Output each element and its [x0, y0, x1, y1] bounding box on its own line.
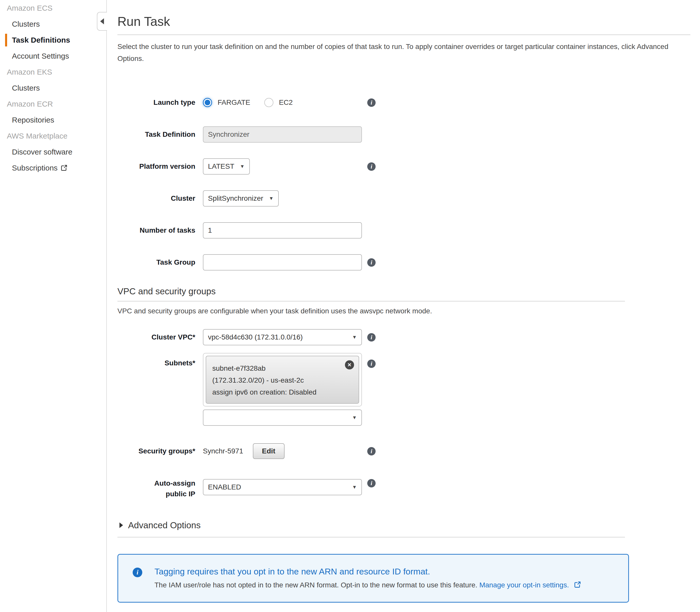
task-definition-label: Task Definition — [117, 126, 195, 143]
chevron-down-icon: ▼ — [352, 334, 357, 340]
platform-version-row: Platform version LATEST ▼ i — [117, 158, 690, 175]
auto-assign-public-ip-row: Auto-assign public IP ENABLED ▼ i — [117, 475, 690, 499]
number-of-tasks-control — [203, 222, 362, 238]
remove-subnet-icon[interactable]: ✕ — [345, 360, 354, 370]
subnets-control: subnet-e7f328ab (172.31.32.0/20) - us-ea… — [203, 353, 362, 426]
sidebar-section-amazon-eks: Amazon EKS — [0, 67, 106, 77]
external-link-icon — [61, 164, 68, 174]
sidebar-section-aws-marketplace: AWS Marketplace — [0, 131, 106, 141]
external-link-icon[interactable] — [574, 581, 581, 590]
subnet-chip-id: subnet-e7f328ab — [212, 362, 353, 374]
sidebar-collapse-button[interactable] — [97, 12, 107, 31]
task-definition-input — [203, 126, 362, 143]
sidebar-item-discover-software[interactable]: Discover software — [0, 147, 106, 157]
sidebar-section-amazon-ecr: Amazon ECR — [0, 99, 106, 109]
task-definition-row: Task Definition — [117, 126, 690, 143]
platform-version-value: LATEST — [208, 162, 234, 170]
cluster-label: Cluster — [117, 190, 195, 207]
subnet-chip-cidr: (172.31.32.0/20) - us-east-2c — [212, 374, 353, 386]
task-definition-control — [203, 126, 362, 143]
cluster-vpc-value: vpc-58d4c630 (172.31.0.0/16) — [208, 333, 303, 341]
auto-assign-public-ip-info-icon[interactable]: i — [367, 479, 376, 487]
sidebar-item-task-definitions[interactable]: Task Definitions — [0, 35, 106, 45]
cluster-vpc-select[interactable]: vpc-58d4c630 (172.31.0.0/16) ▼ — [203, 329, 362, 345]
page-description: Select the cluster to run your task defi… — [117, 41, 675, 65]
sidebar-item-subscriptions-label: Subscriptions — [12, 164, 58, 172]
ec2-radio[interactable] — [264, 98, 273, 107]
vpc-section-divider — [117, 301, 625, 302]
sidebar-item-clusters-eks[interactable]: Clusters — [0, 83, 106, 93]
info-icon: i — [133, 568, 142, 577]
sidebar-item-clusters-ecs[interactable]: Clusters — [0, 19, 106, 29]
chevron-down-icon: ▼ — [352, 484, 357, 490]
task-group-control — [203, 254, 362, 270]
auto-assign-public-ip-select[interactable]: ENABLED ▼ — [203, 479, 362, 495]
task-group-row: Task Group i — [117, 254, 690, 270]
launch-type-label: Launch type — [117, 94, 195, 111]
subnets-label: Subnets* — [117, 353, 195, 426]
security-groups-row: Security groups* Synchr-5971 Edit i — [117, 443, 690, 459]
run-task-form: Launch type FARGATE EC2 i Task Definitio… — [117, 94, 690, 270]
title-divider — [117, 34, 690, 35]
task-group-input[interactable] — [203, 254, 362, 270]
manage-opt-in-settings-link[interactable]: Manage your opt-in settings. — [479, 581, 569, 589]
cluster-vpc-control: vpc-58d4c630 (172.31.0.0/16) ▼ — [203, 329, 362, 345]
launch-type-row: Launch type FARGATE EC2 i — [117, 94, 690, 111]
collapse-left-icon — [100, 18, 104, 24]
launch-type-options: FARGATE EC2 — [203, 94, 306, 111]
platform-version-select[interactable]: LATEST ▼ — [203, 158, 250, 175]
number-of-tasks-input[interactable] — [203, 222, 362, 238]
cluster-select[interactable]: SplitSynchronizer ▼ — [203, 190, 279, 207]
subnets-row: Subnets* subnet-e7f328ab (172.31.32.0/20… — [117, 353, 690, 426]
platform-version-info-icon[interactable]: i — [367, 162, 376, 171]
auto-assign-public-ip-control: ENABLED ▼ — [203, 475, 362, 499]
sidebar-item-account-settings[interactable]: Account Settings — [0, 51, 106, 61]
subnet-chip: subnet-e7f328ab (172.31.32.0/20) - us-ea… — [206, 356, 359, 404]
vpc-section-description: VPC and security groups are configurable… — [117, 307, 690, 315]
chevron-down-icon: ▼ — [269, 196, 274, 201]
sidebar-item-subscriptions[interactable]: Subscriptions — [0, 163, 106, 173]
cluster-control: SplitSynchronizer ▼ — [203, 190, 279, 207]
subnets-add-select[interactable]: ▼ — [203, 409, 362, 426]
security-groups-info-icon[interactable]: i — [367, 447, 376, 456]
subnets-info-icon[interactable]: i — [367, 360, 376, 368]
sidebar-item-repositories[interactable]: Repositories — [0, 115, 106, 125]
chevron-right-icon — [119, 523, 123, 528]
chevron-down-icon: ▼ — [352, 415, 357, 420]
task-group-info-icon[interactable]: i — [367, 258, 376, 267]
cluster-vpc-row: Cluster VPC* vpc-58d4c630 (172.31.0.0/16… — [117, 329, 690, 345]
fargate-radio-dot — [205, 100, 210, 105]
subnet-chip-ipv6: assign ipv6 on creation: Disabled — [212, 386, 353, 398]
advanced-options-divider — [117, 537, 625, 538]
platform-version-control: LATEST ▼ — [203, 158, 250, 175]
vpc-form: Cluster VPC* vpc-58d4c630 (172.31.0.0/16… — [117, 329, 690, 499]
launch-type-info-icon[interactable]: i — [367, 98, 376, 107]
platform-version-label: Platform version — [117, 158, 195, 175]
chevron-down-icon: ▼ — [240, 164, 245, 169]
banner-body: The IAM user/role has not opted in to th… — [155, 581, 581, 590]
sidebar-section-amazon-ecs: Amazon ECS — [0, 3, 106, 13]
number-of-tasks-row: Number of tasks — [117, 222, 690, 238]
banner-title: Tagging requires that you opt in to the … — [155, 567, 581, 576]
advanced-options-toggle[interactable]: Advanced Options — [117, 520, 690, 530]
tagging-info-banner: i Tagging requires that you opt in to th… — [117, 554, 629, 603]
cluster-row: Cluster SplitSynchronizer ▼ — [117, 190, 690, 207]
cluster-vpc-info-icon[interactable]: i — [367, 333, 376, 342]
vpc-section-title: VPC and security groups — [117, 286, 690, 296]
edit-security-groups-button[interactable]: Edit — [253, 443, 285, 459]
banner-text: Tagging requires that you opt in to the … — [155, 567, 581, 590]
ec2-radio-label[interactable]: EC2 — [279, 98, 293, 107]
security-groups-control: Synchr-5971 Edit — [203, 443, 285, 459]
fargate-radio[interactable] — [203, 98, 212, 107]
banner-body-text: The IAM user/role has not opted in to th… — [155, 581, 477, 589]
sidebar: Amazon ECS Clusters Task Definitions Acc… — [0, 0, 107, 612]
cluster-vpc-label: Cluster VPC* — [117, 329, 195, 345]
number-of-tasks-label: Number of tasks — [117, 222, 195, 238]
security-groups-value: Synchr-5971 — [203, 447, 243, 455]
fargate-radio-label[interactable]: FARGATE — [218, 98, 250, 107]
auto-assign-public-ip-value: ENABLED — [208, 483, 241, 491]
task-group-label: Task Group — [117, 254, 195, 270]
cluster-value: SplitSynchronizer — [208, 194, 263, 203]
advanced-options-label: Advanced Options — [128, 520, 201, 530]
security-groups-label: Security groups* — [117, 443, 195, 459]
